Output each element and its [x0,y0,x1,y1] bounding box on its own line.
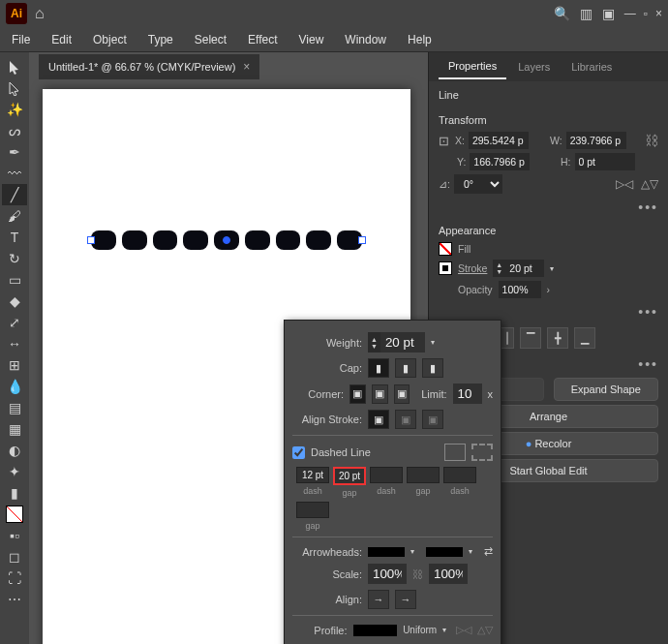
stroke-weight-input[interactable] [505,260,544,277]
workspace-switcher-icon[interactable]: ▣ [602,6,615,21]
column-graph-tool[interactable]: ▮ [2,482,27,504]
direct-selection-tool[interactable] [2,77,27,99]
shaper-tool[interactable]: ◆ [2,291,27,312]
swap-arrows-icon[interactable]: ⇄ [484,545,493,558]
align-stroke-outside-icon: ▣ [422,410,443,429]
transform-more-icon[interactable]: ••• [429,196,668,219]
opacity-input[interactable] [499,281,541,298]
document-tab[interactable]: Untitled-1* @ 66.67 % (CMYK/Preview) × [39,54,259,79]
dash-input-0[interactable] [296,467,329,483]
gap-input-3[interactable] [407,467,440,483]
dashed-line-object[interactable] [91,230,362,250]
window-close[interactable]: × [655,7,662,20]
menu-file[interactable]: File [2,29,40,50]
corner-round-icon[interactable]: ▣ [372,384,388,404]
close-icon[interactable]: × [243,60,250,74]
arrow-end-swatch[interactable] [426,547,463,557]
miter-limit-input[interactable] [453,383,482,404]
menu-object[interactable]: Object [83,29,137,50]
window-minimize[interactable]: — [624,7,636,20]
profile-preview[interactable] [353,625,398,636]
dash-input-4[interactable] [443,467,476,483]
stroke-swatch[interactable] [439,261,452,275]
menu-effect[interactable]: Effect [238,29,287,50]
align-center-v-icon[interactable]: ╋ [547,327,568,349]
blend-tool[interactable]: ◐ [2,440,27,461]
cap-projecting-icon[interactable]: ▮ [422,358,443,378]
arrow-start-swatch[interactable] [368,547,405,557]
gap-input-5[interactable] [296,502,329,518]
tab-libraries[interactable]: Libraries [562,55,622,78]
dashgap-label: dash [377,486,396,496]
edit-toolbar[interactable]: ⋯ [2,589,27,610]
curvature-tool[interactable]: 〰 [2,163,27,184]
eyedropper-tool[interactable]: 💧 [2,376,27,397]
link-dimensions-icon[interactable]: ⛓ [645,133,658,148]
selection-tool[interactable] [2,56,27,77]
opacity-dropdown-icon[interactable]: › [547,284,551,295]
corner-bevel-icon[interactable]: ▣ [394,384,410,404]
tab-properties[interactable]: Properties [439,54,506,79]
tab-layers[interactable]: Layers [508,55,560,78]
mesh-tool[interactable]: ▦ [2,418,27,440]
dashed-line-checkbox[interactable] [292,446,305,459]
search-icon[interactable]: 🔍 [554,6,570,21]
arrange-docs-icon[interactable]: ▥ [580,6,592,21]
magic-wand-tool[interactable]: ✨ [2,99,27,120]
stroke-label[interactable]: Stroke [458,262,487,274]
paintbrush-tool[interactable]: 🖌 [2,205,27,227]
weight-stepper[interactable]: ▲▼ [368,332,425,353]
h-input[interactable] [575,153,635,170]
flip-horizontal-icon[interactable]: ▷◁ [616,177,633,191]
weight-label: Weight: [292,337,362,349]
rectangle-tool[interactable]: ▭ [2,269,27,291]
width-tool[interactable]: ↔ [2,333,27,354]
type-tool[interactable]: T [2,227,27,248]
stroke-weight-dropdown-icon[interactable]: ▾ [550,264,560,273]
stroke-weight-stepper[interactable]: ▲▼ [493,260,544,277]
cap-butt-icon[interactable]: ▮ [368,358,389,378]
gradient-tool[interactable]: ▤ [2,397,27,418]
menu-edit[interactable]: Edit [42,29,81,50]
reference-point-icon[interactable]: ⊡ [439,134,449,148]
fill-stroke-indicator[interactable] [2,504,27,525]
align-bottom-icon[interactable]: ▁ [574,327,595,349]
drawing-modes[interactable]: ◻ [2,546,27,567]
preserve-dash-icon[interactable] [444,444,466,461]
window-maximize[interactable]: ▫ [644,7,648,20]
w-input[interactable] [566,132,626,149]
x-input[interactable] [469,132,529,149]
rotate-tool[interactable]: ↻ [2,248,27,269]
expand-shape-button[interactable]: Expand Shape [554,378,659,401]
lasso-tool[interactable]: ᔕ [2,120,27,141]
home-icon[interactable]: ⌂ [35,5,45,22]
gap-input-1[interactable] [333,467,366,485]
screen-mode[interactable]: ⛶ [2,567,27,589]
align-stroke-center-icon[interactable]: ▣ [368,410,389,429]
y-input[interactable] [470,153,530,170]
align-dash-icon[interactable] [471,444,493,461]
color-modes[interactable]: ▪▫ [2,525,27,546]
menu-window[interactable]: Window [335,29,396,50]
pen-tool[interactable]: ✒ [2,141,27,163]
weight-input[interactable] [380,332,425,353]
symbol-sprayer-tool[interactable]: ✦ [2,461,27,482]
profile-dropdown-icon[interactable]: ▾ [442,626,450,634]
corner-miter-icon[interactable]: ▣ [349,384,366,404]
menu-select[interactable]: Select [185,29,236,50]
scale-tool[interactable]: ⤢ [2,312,27,333]
free-transform-tool[interactable]: ⊞ [2,354,27,376]
rotate-input[interactable]: 0° [454,174,502,194]
dash-input-2[interactable] [370,467,403,483]
line-segment-tool[interactable]: ╱ [2,184,27,205]
align-top-icon[interactable]: ▔ [520,327,541,349]
cap-round-icon[interactable]: ▮ [395,358,416,378]
menu-help[interactable]: Help [398,29,441,50]
menu-view[interactable]: View [289,29,334,50]
flip-vertical-icon[interactable]: △▽ [641,177,658,191]
weight-dropdown-icon[interactable]: ▾ [431,338,440,347]
arrow-align-tip-icon: → [368,590,389,609]
fill-swatch[interactable] [439,242,452,256]
menu-type[interactable]: Type [138,29,183,50]
dashgap-label: dash [303,486,322,496]
